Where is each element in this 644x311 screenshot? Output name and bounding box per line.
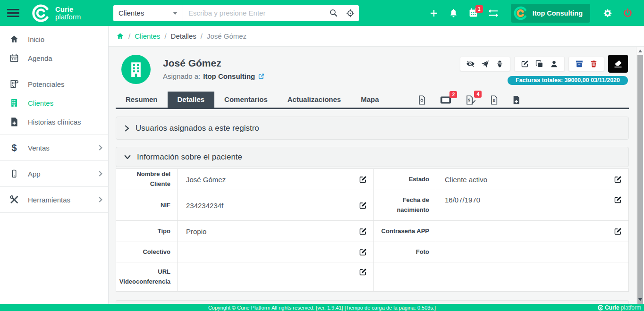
copy-icon [535,60,543,68]
settings-button[interactable] [598,0,618,26]
search-button[interactable] [325,5,342,21]
module-select[interactable]: Clientes [113,5,183,21]
breadcrumb-separator: / [164,32,166,40]
record-detail-view: José Gómez Asignado a: Itop Consulting [109,47,636,304]
building-icon [8,98,20,108]
field-label-colectivo: Colectivo [116,242,178,262]
section-patient-info[interactable]: Información sobre el paciente [116,147,629,167]
send-record-button[interactable] [478,57,492,71]
vertical-scrollbar[interactable] [636,47,644,304]
field-value-nif: 234234234f [178,190,374,221]
sidebar-item-potenciales[interactable]: Potenciales [0,75,108,93]
sidebar-item-inicio[interactable]: Inicio [0,30,108,49]
scroll-up-arrow-icon[interactable] [638,50,642,52]
edit-field-button[interactable] [359,176,367,184]
power-icon [623,8,633,18]
edit-record-button[interactable] [517,57,532,71]
edit-field-button[interactable] [359,202,367,210]
current-account-button[interactable]: Itop Consulting [511,4,590,23]
sidebar-item-ventas[interactable]: $ Ventas [0,138,108,157]
search-icon [329,8,338,17]
breadcrumb: / Clientes / Detalles / José Gómez [109,26,644,47]
switch-account-button[interactable] [483,0,503,26]
chevron-down-icon [124,154,131,160]
sidebar-item-label: Clientes [28,99,53,107]
gear-icon [602,8,613,18]
breadcrumb-detalles[interactable]: Detalles [171,32,196,40]
sidebar-item-historias-clinicas[interactable]: Historias clínicas [0,112,108,131]
edit-field-button[interactable] [359,248,367,256]
breadcrumb-clientes[interactable]: Clientes [135,32,160,40]
chevron-right-icon [97,145,102,150]
global-search: Clientes [113,5,359,21]
duplicate-record-button[interactable] [532,57,547,71]
logout-button[interactable] [618,0,637,26]
section-assigned-users[interactable]: Usuarios asignados a este registro [116,117,629,140]
crosshair-icon [346,8,355,18]
edit-field-button[interactable] [614,227,622,235]
scrollbar-thumb[interactable] [637,55,643,311]
sidebar-item-agenda[interactable]: Agenda [0,49,108,67]
tab-invoices[interactable]: $ [490,95,498,105]
edit-field-button[interactable] [359,227,367,235]
person-icon [550,60,558,68]
hide-record-button[interactable] [463,57,478,71]
home-icon[interactable] [116,32,124,40]
hamburger-menu-button[interactable] [0,0,26,26]
app-logo[interactable]: Curie platform [26,4,113,23]
sidebar-divider [0,160,108,161]
field-label-tipo: Tipo [116,221,178,242]
sidebar-divider [0,134,108,135]
tab-quotes[interactable]: $ 4 [466,95,476,105]
anonymize-button[interactable] [492,57,507,71]
tab-actualizaciones[interactable]: Actualizaciones [278,92,351,108]
tab-documents[interactable] [418,95,426,105]
record-icon-tabs: 2 $ 4 [418,95,520,108]
edit-field-button[interactable] [359,268,367,276]
record-title: José Gómez [163,58,265,69]
svg-text:$: $ [493,98,495,103]
section-title: Información sobre el paciente [137,152,242,162]
tab-cards[interactable]: 2 [440,96,451,104]
plus-icon [429,8,439,18]
eraser-icon [613,59,623,68]
erase-data-button[interactable] [608,55,628,73]
notifications-button[interactable] [444,0,464,26]
account-avatar [514,6,528,20]
tab-mapa[interactable]: Mapa [351,92,389,108]
agenda-button[interactable]: 1 [464,0,483,26]
sidebar-item-label: Herramientas [28,196,70,204]
sidebar-item-clientes[interactable]: Clientes [0,93,108,112]
field-label-foto: Foto [374,242,436,262]
external-link-icon[interactable] [258,73,265,80]
sidebar-item-label: Ventas [28,144,50,152]
edit-field-button[interactable] [614,196,622,204]
edit-pencil-square-icon [359,248,367,256]
field-value-url-videoconferencia [178,262,374,292]
sidebar-item-label: Inicio [28,35,44,43]
sidebar-item-app[interactable]: App [0,164,108,183]
footer: Copyright © Curie Platform All rights re… [0,304,644,311]
sidebar-divider [0,212,108,213]
search-input[interactable] [183,5,325,21]
edit-field-button[interactable] [614,176,622,184]
sidebar-item-herramientas[interactable]: Herramientas [0,190,108,209]
account-name: Itop Consulting [533,9,583,17]
bell-icon [449,8,458,18]
notifications-count-badge: 1 [475,5,483,13]
quick-add-button[interactable] [424,0,444,26]
tab-new-document[interactable] [512,95,520,105]
paper-plane-icon [481,60,489,68]
tab-comentarios[interactable]: Comentarios [214,92,278,108]
quotes-count-badge: 4 [474,91,482,98]
tab-detalles[interactable]: Detalles [168,92,215,108]
archive-record-button[interactable] [572,57,586,71]
assign-user-button[interactable] [547,57,561,71]
sidebar-divider [0,186,108,187]
advanced-search-button[interactable] [342,5,359,21]
record-avatar [121,55,151,84]
delete-record-button[interactable] [586,57,601,71]
scroll-down-arrow-icon[interactable] [638,298,642,301]
footer-copyright: Copyright © Curie Platform All rights re… [208,305,436,311]
tab-resumen[interactable]: Resumen [116,92,168,108]
